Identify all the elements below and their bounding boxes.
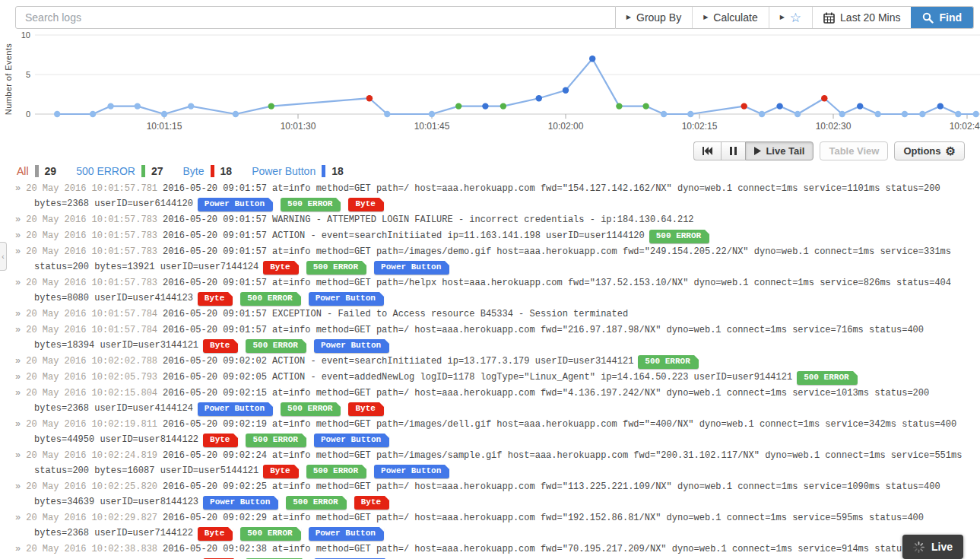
chart-point[interactable] — [384, 111, 390, 117]
filter-count: 18 — [331, 165, 344, 177]
chart-point[interactable] — [54, 111, 60, 117]
log-tag-byte[interactable]: Byte — [198, 292, 233, 306]
chart-point[interactable] — [741, 103, 747, 109]
log-tag-power-button[interactable]: Power Button — [314, 434, 389, 447]
log-tag-500-error[interactable]: 500 ERROR — [240, 292, 300, 306]
log-tag-power-button[interactable]: Power Button — [314, 339, 389, 353]
live-status-badge[interactable]: Live — [902, 535, 963, 559]
favorite-query-button[interactable]: ▶ ☆ — [769, 7, 813, 28]
log-tag-power-button[interactable]: Power Button — [198, 402, 273, 416]
chart-point[interactable] — [233, 111, 239, 117]
expand-entry-icon[interactable]: » — [15, 278, 21, 288]
expand-entry-icon[interactable]: » — [15, 450, 21, 461]
chart-point[interactable] — [482, 103, 488, 109]
chart-point[interactable] — [616, 103, 622, 109]
expand-entry-icon[interactable]: » — [15, 419, 21, 430]
chart-point[interactable] — [821, 95, 827, 101]
filter-label[interactable]: Power Button — [252, 165, 316, 177]
chart-point[interactable] — [268, 103, 274, 109]
calculate-dropdown[interactable]: ▶ Calculate — [693, 7, 769, 28]
chart-point[interactable] — [776, 103, 782, 109]
chart-point[interactable] — [642, 103, 649, 109]
log-tag-500-error[interactable]: 500 ERROR — [240, 527, 300, 541]
expand-entry-icon[interactable]: » — [15, 356, 21, 367]
chart-point[interactable] — [875, 111, 881, 117]
log-tag-power-button[interactable]: Power Button — [203, 496, 278, 510]
expand-entry-icon[interactable]: » — [15, 214, 21, 225]
live-tail-button[interactable]: Live Tail — [745, 141, 813, 160]
skip-to-start-button[interactable] — [693, 141, 721, 160]
chart-point[interactable] — [161, 111, 167, 117]
log-tag-power-button[interactable]: Power Button — [374, 261, 449, 275]
expand-entry-icon[interactable]: » — [15, 230, 21, 241]
chart-point[interactable] — [973, 111, 979, 117]
star-icon[interactable]: ☆ — [790, 11, 801, 24]
log-tag-byte[interactable]: Byte — [203, 339, 238, 353]
chart-point[interactable] — [500, 103, 506, 109]
chart-point[interactable] — [937, 103, 944, 109]
chart-point[interactable] — [955, 111, 961, 117]
log-tag-byte[interactable]: Byte — [348, 402, 383, 416]
log-tag-500-error[interactable]: 500 ERROR — [638, 355, 698, 369]
expand-entry-icon[interactable]: » — [15, 309, 21, 319]
log-tag-byte[interactable]: Byte — [203, 434, 238, 447]
expand-entry-icon[interactable]: » — [15, 372, 21, 383]
log-tag-power-button[interactable]: Power Button — [309, 527, 384, 541]
pause-button[interactable] — [721, 141, 745, 160]
log-tag-power-button[interactable]: Power Button — [309, 292, 384, 306]
events-timeline-plot[interactable]: 051010:01:1510:01:3010:01:4510:02:0010:0… — [0, 32, 980, 135]
sidebar-collapse-handle[interactable]: ‹ — [0, 242, 7, 271]
chart-point[interactable] — [687, 111, 693, 117]
filter-label[interactable]: All — [17, 165, 29, 177]
chart-point[interactable] — [902, 111, 908, 117]
time-range-picker[interactable]: Last 20 Mins — [813, 7, 911, 28]
log-tag-power-button[interactable]: Power Button — [198, 198, 273, 211]
chart-point[interactable] — [661, 111, 667, 117]
chart-point[interactable] — [188, 103, 194, 109]
options-button[interactable]: Options ⚙ — [894, 141, 965, 160]
table-view-button[interactable]: Table View — [820, 141, 888, 160]
expand-entry-icon[interactable]: » — [15, 513, 21, 523]
log-tag-power-button[interactable]: Power Button — [374, 465, 449, 478]
log-tag-500-error[interactable]: 500 ERROR — [281, 198, 341, 211]
chart-point[interactable] — [857, 103, 863, 109]
expand-entry-icon[interactable]: » — [15, 325, 21, 335]
log-tag-500-error[interactable]: 500 ERROR — [286, 496, 346, 510]
chart-point[interactable] — [589, 56, 595, 62]
chart-point[interactable] — [107, 103, 113, 109]
chart-point[interactable] — [919, 111, 925, 117]
log-tag-byte[interactable]: Byte — [263, 465, 298, 478]
log-tag-byte[interactable]: Byte — [198, 527, 233, 541]
chart-point[interactable] — [455, 103, 461, 109]
log-tag-byte[interactable]: Byte — [263, 261, 298, 275]
expand-entry-icon[interactable]: » — [15, 544, 21, 554]
log-tag-500-error[interactable]: 500 ERROR — [281, 402, 341, 416]
chart-point[interactable] — [536, 95, 542, 101]
chart-point[interactable] — [794, 111, 801, 117]
log-tag-500-error[interactable]: 500 ERROR — [246, 339, 306, 353]
expand-entry-icon[interactable]: » — [15, 246, 21, 257]
log-tag-500-error[interactable]: 500 ERROR — [306, 465, 366, 478]
expand-entry-icon[interactable]: » — [15, 481, 21, 492]
chart-point[interactable] — [759, 111, 765, 117]
log-tag-500-error[interactable]: 500 ERROR — [649, 230, 709, 243]
chart-point[interactable] — [90, 111, 96, 117]
filter-label[interactable]: 500 ERROR — [76, 165, 135, 177]
log-tag-byte[interactable]: Byte — [354, 496, 389, 510]
search-input[interactable] — [15, 6, 616, 29]
log-tag-500-error[interactable]: 500 ERROR — [797, 371, 857, 385]
log-tag-byte[interactable]: Byte — [348, 198, 383, 211]
group-by-dropdown[interactable]: ▶ Group By — [616, 7, 693, 28]
events-chart[interactable]: Number of Events 051010:01:1510:01:3010:… — [0, 32, 980, 135]
chart-point[interactable] — [366, 95, 373, 101]
chart-point[interactable] — [839, 111, 845, 117]
chart-point[interactable] — [429, 111, 435, 117]
chart-point[interactable] — [563, 87, 569, 94]
log-tag-500-error[interactable]: 500 ERROR — [246, 434, 306, 447]
find-button[interactable]: Find — [911, 7, 973, 28]
chart-point[interactable] — [135, 103, 141, 109]
expand-entry-icon[interactable]: » — [15, 183, 21, 194]
filter-label[interactable]: Byte — [183, 165, 205, 177]
log-tag-500-error[interactable]: 500 ERROR — [306, 261, 366, 275]
expand-entry-icon[interactable]: » — [15, 388, 21, 399]
